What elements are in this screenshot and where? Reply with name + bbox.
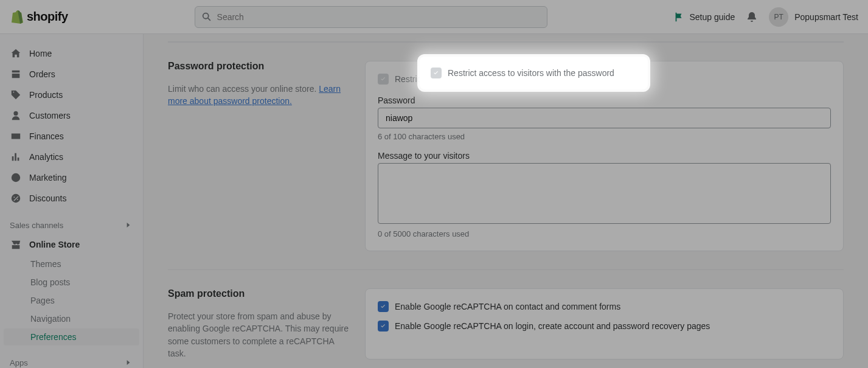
avatar: PT [769,7,788,27]
sidebar: Home Orders Products Customers Finances … [0,34,144,368]
customers-icon [10,109,22,122]
recaptcha-contact-checkbox[interactable] [378,301,389,312]
message-label: Message to your visitors [378,151,831,161]
logo[interactable]: shopify [10,10,68,24]
restrict-label-spotlight: Restrict access to visitors with the pas… [448,68,614,78]
sub-item-preferences[interactable]: Preferences [4,328,139,345]
check-icon [380,303,387,310]
sub-item-pages[interactable]: Pages [4,292,139,309]
analytics-icon [10,151,22,163]
setup-guide-link[interactable]: Setup guide [673,12,735,23]
recaptcha-contact-option[interactable]: Enable Google reCAPTCHA on contact and c… [378,301,831,312]
spotlight-highlight: Restrict access to visitors with the pas… [420,57,648,89]
sub-item-blog-posts[interactable]: Blog posts [4,274,139,291]
search-icon [201,12,212,23]
products-icon [10,89,22,101]
sidebar-section-apps[interactable]: Apps [0,354,143,368]
sidebar-section-sales-channels[interactable]: Sales channels [0,217,143,234]
profile-menu[interactable]: PT Popupsmart Test [769,7,858,27]
section-description: Protect your store from spam and abuse b… [168,310,350,359]
recaptcha-login-label: Enable Google reCAPTCHA on login, create… [395,321,710,331]
bell-icon[interactable] [746,11,758,23]
sidebar-item-discounts[interactable]: Discounts [0,189,143,208]
setup-guide-label: Setup guide [689,12,735,22]
home-icon [10,47,22,60]
finances-icon [10,130,22,142]
password-hint: 6 of 100 characters used [378,132,831,141]
sidebar-item-orders[interactable]: Orders [0,64,143,84]
chevron-right-icon [123,220,133,230]
section-title: Spam protection [168,288,350,299]
sidebar-item-online-store[interactable]: Online Store [0,235,143,254]
check-icon [380,322,387,330]
chevron-right-icon [123,358,133,367]
section-description: Limit who can access your online store. … [168,83,350,108]
store-icon [10,238,22,251]
check-icon [380,75,387,83]
sidebar-item-customers[interactable]: Customers [0,106,143,125]
section-spam-protection: Spam protection Protect your store from … [168,269,844,368]
spam-card: Enable Google reCAPTCHA on contact and c… [365,288,844,359]
marketing-icon [10,172,22,184]
logo-text: shopify [27,10,68,24]
message-textarea[interactable] [378,163,831,224]
restrict-checkbox[interactable] [378,74,389,85]
shopify-bag-icon [10,10,24,24]
restrict-checkbox-spotlight[interactable] [431,68,442,78]
flag-icon [673,12,684,23]
recaptcha-login-checkbox[interactable] [378,321,389,332]
sidebar-item-analytics[interactable]: Analytics [0,147,143,167]
topbar: shopify Setup guide PT Popupsmart Test [0,0,868,34]
search-box[interactable] [195,6,547,28]
search-input[interactable] [217,12,541,22]
orders-icon [10,68,22,80]
password-input[interactable] [378,108,831,128]
sidebar-item-finances[interactable]: Finances [0,127,143,146]
recaptcha-login-option[interactable]: Enable Google reCAPTCHA on login, create… [378,321,831,332]
message-hint: 0 of 5000 characters used [378,229,831,238]
user-name: Popupsmart Test [794,12,858,22]
sub-item-navigation[interactable]: Navigation [4,310,139,327]
check-icon [432,69,440,77]
recaptcha-contact-label: Enable Google reCAPTCHA on contact and c… [395,302,620,311]
sidebar-item-home[interactable]: Home [0,44,143,63]
sub-item-themes[interactable]: Themes [4,255,139,273]
section-title: Password protection [168,61,350,72]
sidebar-item-products[interactable]: Products [0,85,143,105]
password-label: Password [378,95,831,105]
discounts-icon [10,192,22,204]
sidebar-item-marketing[interactable]: Marketing [0,168,143,187]
